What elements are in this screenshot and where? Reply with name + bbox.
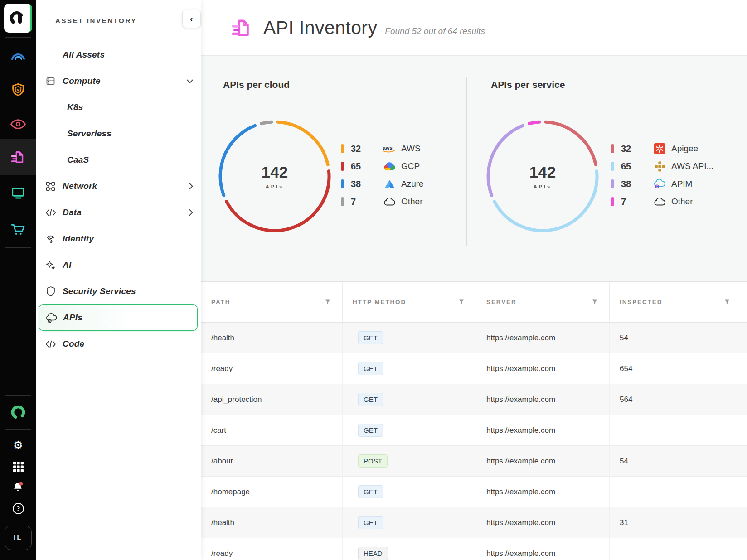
orca-logo[interactable] bbox=[4, 4, 32, 33]
cloud-outline bbox=[652, 198, 667, 206]
cell-overflow bbox=[742, 538, 747, 560]
cell-path: /health bbox=[201, 507, 342, 538]
apps-grid-icon bbox=[13, 461, 24, 473]
cell-overflow bbox=[742, 323, 747, 353]
filter-icon[interactable] bbox=[459, 299, 464, 305]
sidebar-item-label: APIs bbox=[63, 313, 82, 323]
sidebar-item-ai[interactable]: AI bbox=[36, 252, 201, 278]
legend-value: 38 bbox=[621, 179, 641, 189]
sidebar-item-k8s[interactable]: K8s bbox=[36, 94, 201, 121]
sidebar-item-caas[interactable]: CaaS bbox=[36, 147, 201, 173]
donut-segment-other bbox=[529, 122, 539, 123]
sidebar-item-identity[interactable]: Identity bbox=[36, 226, 201, 252]
cell-http-method: GET bbox=[342, 415, 476, 445]
http-method-badge: HEAD bbox=[358, 547, 388, 560]
cell-server: https://example.com bbox=[476, 538, 609, 560]
sidebar-item-security-services[interactable]: Security Services bbox=[36, 278, 201, 304]
table-body: /healthGEThttps://example.com54/readyGET… bbox=[201, 323, 747, 560]
sparkles-icon bbox=[44, 260, 57, 270]
sidebar-item-label: Data bbox=[63, 208, 82, 217]
sidebar-item-all-assets[interactable]: All Assets bbox=[36, 42, 201, 68]
cell-inspected bbox=[609, 538, 742, 560]
rail-item-monitor[interactable] bbox=[0, 175, 36, 211]
legend-divider bbox=[643, 179, 643, 189]
sidebar-item-data[interactable]: Data bbox=[36, 199, 201, 226]
http-method-badge: GET bbox=[358, 393, 383, 406]
cell-path: /api_protection bbox=[201, 384, 342, 415]
chevron-left-icon: ‹ bbox=[190, 14, 193, 24]
chart-apis-per-cloud: APIs per cloud 142 APIs 32awsAWS65GCP38A… bbox=[201, 56, 467, 281]
rail-item-shield[interactable] bbox=[0, 72, 36, 109]
table-row[interactable]: /readyHEADhttps://example.com bbox=[201, 538, 747, 560]
main-content: API Inventory Found 52 out of 64 results… bbox=[201, 0, 747, 560]
table-row[interactable]: /healthGEThttps://example.com54 bbox=[201, 323, 747, 353]
fingerprint-icon bbox=[44, 234, 57, 244]
sidebar-item-network[interactable]: Network bbox=[36, 173, 201, 199]
filter-icon[interactable] bbox=[325, 299, 330, 305]
cell-http-method: GET bbox=[342, 353, 476, 384]
cell-path: /cart bbox=[201, 415, 342, 445]
cell-path: /ready bbox=[201, 353, 342, 384]
rail-item-help[interactable]: ? bbox=[0, 497, 36, 519]
sidebar-item-label: Code bbox=[63, 339, 84, 349]
donut-chart-service: 142 APIs bbox=[484, 117, 601, 235]
user-avatar[interactable]: IL bbox=[5, 526, 32, 550]
table-row[interactable]: /homepageGEThttps://example.com bbox=[201, 477, 747, 507]
legend-item-apim: 38APIM bbox=[611, 177, 713, 191]
donut-segment-apim bbox=[488, 126, 523, 195]
sidebar-item-serverless[interactable]: Serverless bbox=[36, 121, 201, 147]
legend-color-pill bbox=[611, 144, 614, 153]
legend-label: Other bbox=[401, 197, 423, 207]
rail-item-green-ring[interactable] bbox=[0, 396, 36, 429]
aws-apigw-logo bbox=[652, 161, 667, 172]
table-row[interactable]: /aboutPOSThttps://example.com54 bbox=[201, 446, 747, 477]
help-icon: ? bbox=[13, 503, 24, 514]
legend-label: AWS API... bbox=[671, 161, 713, 171]
filter-icon[interactable] bbox=[592, 299, 597, 305]
rail-item-eye[interactable] bbox=[0, 109, 36, 139]
sidebar-collapse-button[interactable]: ‹ bbox=[182, 10, 201, 28]
cell-path: /homepage bbox=[201, 477, 342, 507]
legend-divider bbox=[643, 144, 643, 154]
sidebar-item-label: All Assets bbox=[63, 50, 105, 60]
filter-icon[interactable] bbox=[724, 299, 730, 305]
cell-http-method: HEAD bbox=[342, 538, 476, 560]
rail-item-notifications[interactable] bbox=[0, 477, 36, 497]
table-row[interactable]: /readyGEThttps://example.com654 bbox=[201, 353, 747, 384]
chevron-right-icon bbox=[189, 183, 194, 190]
sidebar-item-label: K8s bbox=[67, 102, 83, 112]
sidebar-item-apis[interactable]: ⚙APIs bbox=[39, 304, 198, 331]
sidebar-item-label: Security Services bbox=[63, 286, 136, 296]
legend-item-other: 7Other bbox=[341, 195, 424, 208]
table-row[interactable]: /api_protectionGEThttps://example.com564 bbox=[201, 384, 747, 415]
table-row[interactable]: /cartGEThttps://example.com bbox=[201, 415, 747, 446]
sidebar-item-label: CaaS bbox=[67, 155, 89, 165]
rail-item-apps[interactable] bbox=[0, 457, 36, 477]
legend-item-gcp: 65GCP bbox=[341, 159, 424, 173]
legend-value: 65 bbox=[351, 161, 371, 172]
sidebar: ASSET INVENTORY All AssetsComputeK8sServ… bbox=[36, 0, 201, 560]
sidebar-item-code[interactable]: Code bbox=[36, 331, 201, 357]
table-row[interactable]: /healthGEThttps://example.com31 bbox=[201, 507, 747, 538]
legend-color-pill bbox=[611, 162, 614, 171]
cell-inspected bbox=[609, 415, 742, 445]
rail-item-settings[interactable]: ⚙ bbox=[0, 433, 36, 457]
rail-item-gauge[interactable] bbox=[0, 38, 36, 72]
code-icon bbox=[44, 340, 57, 348]
legend-divider bbox=[643, 197, 643, 207]
chevron-right-icon bbox=[189, 209, 194, 216]
sidebar-item-compute[interactable]: Compute bbox=[36, 68, 201, 94]
http-method-badge: GET bbox=[358, 485, 383, 498]
azure-logo bbox=[382, 179, 397, 189]
cell-server: https://example.com bbox=[476, 507, 609, 538]
legend-color-pill bbox=[611, 179, 614, 188]
rail-item-cart[interactable] bbox=[0, 211, 36, 247]
rail-item-apis-selected[interactable] bbox=[0, 139, 36, 175]
eye-icon bbox=[10, 119, 26, 130]
legend-value: 32 bbox=[351, 144, 371, 154]
cloud-outline bbox=[382, 198, 397, 206]
cloud-gear-icon: ⚙ bbox=[45, 313, 57, 323]
column-label: SERVER bbox=[486, 299, 517, 305]
cell-overflow bbox=[742, 477, 747, 507]
cell-server: https://example.com bbox=[476, 446, 609, 476]
